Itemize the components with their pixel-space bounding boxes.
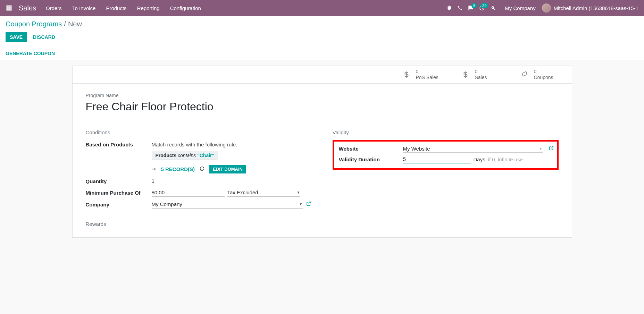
program-name-input[interactable] [86,100,252,114]
svg-rect-4 [8,7,10,9]
messages-icon[interactable]: 5 [468,5,474,11]
stat-sales-label: Sales [475,75,487,80]
stat-buttons: $ 0 PoS Sales $ 0 Sales 0 Coup [73,66,572,84]
min-purchase-input[interactable] [152,188,225,197]
validity-hint: if 0, infinite use [488,156,523,162]
stat-coupons-val: 0 [534,69,553,75]
dollar-icon: $ [402,70,411,79]
rewards-title: Rewards [86,221,572,227]
app-brand[interactable]: Sales [19,4,36,12]
conditions-title: Conditions [86,129,312,135]
svg-rect-2 [10,6,12,7]
min-purchase-label: Minimum Purchase Of [86,188,152,196]
stat-pos-sales[interactable]: $ 0 PoS Sales [395,66,454,83]
svg-rect-5 [10,7,12,9]
stat-pos-label: PoS Sales [416,75,438,80]
company-select[interactable]: My Company ▼ [152,200,303,209]
nav-orders[interactable]: Orders [46,5,62,11]
top-navbar: Sales Orders To Invoice Products Reporti… [0,0,644,16]
activities-icon[interactable]: 29 [479,5,485,11]
company-switcher[interactable]: My Company [505,5,535,11]
breadcrumb-sep: / [64,20,66,28]
validity-duration-input[interactable] [403,155,471,163]
stat-pos-val: 0 [416,69,438,75]
nav-configuration[interactable]: Configuration [170,5,201,11]
statusbar: GENERATE COUPON [0,47,644,60]
validity-title: Validity [333,129,559,135]
phone-icon[interactable] [458,6,462,10]
stat-sales-val: 0 [475,69,487,75]
record-count[interactable]: 5 RECORD(S) [161,166,195,172]
ticket-icon [520,70,529,79]
nav-to-invoice[interactable]: To Invoice [72,5,96,11]
generate-coupon-button[interactable]: GENERATE COUPON [6,51,55,56]
svg-rect-1 [8,6,10,7]
stat-coupons[interactable]: 0 Coupons [513,66,572,83]
based-on-label: Based on Products [86,140,152,147]
tax-mode-value: Tax Excluded [227,189,258,195]
website-select[interactable]: My Website ▼ [403,145,543,153]
chevron-down-icon: ▼ [297,190,300,194]
activities-badge: 29 [480,3,488,8]
validity-duration-label: Validity Duration [339,156,403,162]
arrow-right-icon: ➔ [152,166,156,172]
tools-icon[interactable] [490,5,496,11]
form-actions: SAVE DISCARD [6,32,638,47]
messages-badge: 5 [471,3,477,8]
website-value: My Website [403,146,430,152]
company-label: Company [86,200,152,207]
validity-col: Validity Website My Website ▼ [333,129,559,209]
svg-rect-6 [7,9,8,11]
form-sheet: $ 0 PoS Sales $ 0 Sales 0 Coup [72,66,572,238]
domain-field: Products [156,153,177,158]
validity-highlight-box: Website My Website ▼ [333,140,559,170]
domain-desc: Match records with the following rule: [152,140,312,147]
website-label: Website [339,146,403,152]
svg-rect-7 [8,9,10,11]
discard-button[interactable]: DISCARD [33,34,55,40]
external-link-icon[interactable] [306,201,311,207]
chevron-down-icon: ▼ [539,147,543,151]
apps-icon[interactable] [6,5,12,11]
nav-products[interactable]: Products [106,5,126,11]
quantity-input[interactable] [152,177,225,185]
breadcrumb-current: New [68,20,82,28]
user-menu[interactable]: Mitchell Admin (15638618-saas-15-1 [554,5,638,11]
save-button[interactable]: SAVE [6,32,27,42]
conditions-col: Conditions Based on Products Match recor… [86,129,312,209]
dollar-icon: $ [461,70,470,79]
external-link-icon[interactable] [549,146,554,152]
edit-domain-button[interactable]: EDIT DOMAIN [209,165,246,173]
tax-mode-select[interactable]: Tax Excluded ▼ [227,188,300,197]
company-value: My Company [152,201,182,207]
avatar[interactable] [542,3,551,12]
header-area: Coupon Programs / New SAVE DISCARD [0,16,644,47]
stat-coupons-label: Coupons [534,75,553,80]
svg-rect-0 [7,6,8,7]
quantity-label: Quantity [86,177,152,184]
domain-tag: Products contains "Chair" [152,151,218,160]
breadcrumb-root[interactable]: Coupon Programs [6,20,62,28]
chevron-down-icon: ▼ [299,202,303,206]
stat-sales[interactable]: $ 0 Sales [454,66,513,83]
svg-rect-8 [10,9,12,11]
days-unit: Days [474,156,485,162]
breadcrumb: Coupon Programs / New [6,20,638,28]
domain-op: contains [178,153,196,158]
bug-icon[interactable] [446,5,452,11]
svg-rect-3 [7,7,8,9]
domain-value: "Chair" [197,153,214,158]
nav-reporting[interactable]: Reporting [137,5,160,11]
refresh-icon[interactable] [200,166,204,172]
program-name-label: Program Name [86,93,559,98]
